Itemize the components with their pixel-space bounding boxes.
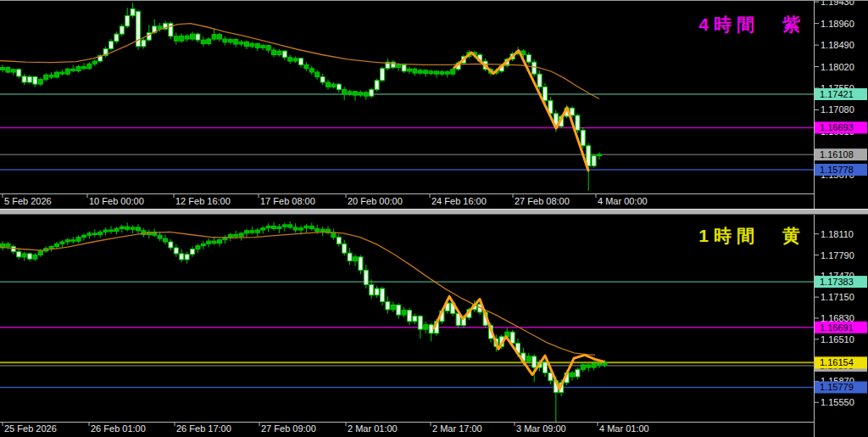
candle-body [250,43,254,46]
candle-body [375,289,379,295]
candle-body [510,332,515,343]
candle-body [451,70,455,74]
x-tick-label: 26 Feb 01:00 [91,423,146,434]
x-tick-label: 24 Feb 16:00 [431,196,487,206]
price-badge-label: 1.15778 [820,165,854,175]
x-tick-label: 2 Mar 01:00 [348,423,398,434]
candle-body [337,84,341,90]
candle-body [272,50,276,54]
candle-body [228,234,232,237]
candle-body [309,226,314,228]
candle-body [17,252,21,257]
chart-window: 1.194301.189601.184901.180201.175501.170… [0,0,868,437]
candle-body [33,255,37,260]
pane-splitter[interactable] [0,209,868,215]
candle-body [424,70,428,74]
candle-body [418,70,422,73]
y-tick-label: 1.15550 [821,397,854,407]
candle-body [353,257,358,261]
candle-body [114,228,119,231]
window-top-border [0,0,868,1]
chart-canvas-1h: 1.181101.177901.174701.171501.168301.165… [0,215,868,437]
candle-body [424,325,428,329]
x-tick-label: 26 Feb 17:00 [176,423,231,434]
candle-body [76,238,81,242]
candle-body [196,34,200,40]
candle-body [92,61,97,64]
candle-body [429,325,433,333]
candle-body [375,81,379,90]
candle-body [207,241,211,244]
candle-body [76,67,81,71]
candle-body [348,253,352,261]
candle-body [71,69,75,70]
candle-body [342,90,347,94]
candle-body [82,235,86,237]
candle-body [207,39,211,43]
candle-body [136,227,141,231]
candle-body [212,241,216,243]
chart-pane-1h[interactable]: 1.181101.177901.174701.171501.168301.165… [0,215,868,437]
candle-body [191,249,195,255]
candle-body [103,230,108,232]
candle-body [381,289,385,302]
candle-body [570,108,575,115]
candle-body [429,71,433,74]
candle-body [592,156,596,166]
candle-body [370,90,374,97]
candle-body [418,317,422,330]
candle-body [49,75,53,77]
candle-body [60,72,64,74]
candle-body [320,229,325,231]
candle-body [174,36,178,41]
candle-body [532,356,537,367]
candle-body [44,75,48,79]
plot-area[interactable] [0,215,814,437]
candle-body [293,227,298,230]
x-tick-label: 10 Feb 00:00 [89,196,144,206]
candle-body [386,302,390,310]
candle-body [543,362,548,373]
candle-body [234,40,238,44]
x-tick-label: 27 Feb 09:00 [261,423,316,434]
candle-body [299,59,303,65]
candle-body [92,233,97,235]
candle-body [125,15,130,25]
x-tick-label: 2 Mar 17:00 [432,423,482,434]
candle-body [277,227,281,228]
candle-body [239,233,243,237]
x-tick-label: 27 Feb 08:00 [515,196,570,206]
candle-body [408,69,412,71]
candle-body [55,72,59,77]
candle-body [65,240,70,242]
candle-body [543,87,548,100]
candle-body [331,84,336,87]
candle-body [603,363,607,365]
x-tick-label: 12 Feb 16:00 [175,196,231,206]
candle-body [185,255,189,260]
y-tick-label: 1.18960 [821,19,854,29]
candle-body [359,92,363,95]
candle-body [598,363,602,365]
x-tick-label: 3 Mar 09:00 [516,423,566,434]
candle-body [245,231,249,233]
candle-body [299,228,303,230]
candle-body [331,233,336,237]
x-tick-label: 4 Mar 00:00 [598,196,648,206]
candle-body [164,238,168,242]
price-badge-label: 1.16108 [820,149,854,160]
candle-body [309,69,314,72]
candle-body [218,240,222,244]
candle-body [592,363,596,367]
candle-body [234,234,238,236]
candle-body [218,35,222,39]
candle-body [125,227,130,229]
candle-body [402,311,406,315]
price-badge-label: 1.16691 [820,322,854,333]
x-tick-label: 5 Feb 2026 [4,196,52,206]
candle-body [282,225,287,227]
candle-body [342,244,347,253]
y-tick-label: 1.17150 [821,292,854,302]
candle-body [87,64,92,68]
candle-body [288,225,292,227]
